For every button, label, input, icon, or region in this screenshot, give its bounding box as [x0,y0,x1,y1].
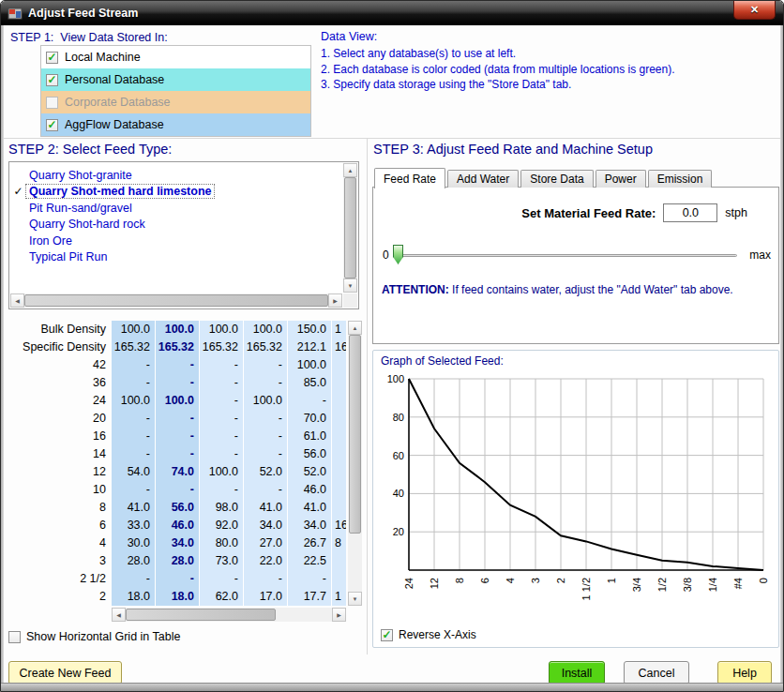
tab-emission[interactable]: Emission [648,170,713,188]
table-cell: 100.0 [156,321,199,338]
data-view-line: 1. Select any database(s) to use at left… [321,46,780,62]
close-button[interactable]: ✕ [733,1,776,20]
checkbox-icon[interactable] [46,97,58,109]
tab-add-water[interactable]: Add Water [447,170,519,188]
graph-title: Graph of Selected Feed: [381,354,504,368]
table-cell: 52.0 [288,463,331,481]
table-cell: - [156,374,199,392]
feed-list-item[interactable]: ✓Quarry Shot-med hard limestone [10,184,342,201]
checkbox-icon[interactable]: ✓ [46,119,58,131]
table-cell: 100.0 [244,321,287,338]
table-cell: - [200,392,243,410]
table-cell: 165.32 [200,338,243,356]
scrollbar-thumb[interactable] [344,177,356,278]
table-row-label: 2 1/2 [5,570,110,588]
table-cell [332,445,346,463]
attention-label: ATTENTION: [382,283,449,296]
scroll-right-icon[interactable]: ▶ [328,293,342,308]
tab-store-data[interactable]: Store Data [520,170,593,188]
reverse-x-axis-checkbox[interactable]: ✓ Reverse X-Axis [381,628,476,641]
table-cell [332,410,346,428]
feed-list-item[interactable]: Iron Ore [10,233,342,249]
table-cell: 28.0 [112,552,155,570]
gradation-table: Bulk DensitySpecific Density423624201614… [5,319,361,624]
feed-label: Quarry Shot-granite [26,169,135,182]
step1-title: STEP 1: View Data Stored In: [10,31,168,44]
feed-list-item[interactable]: Pit Run-sand/gravel [10,200,342,217]
svg-text:100: 100 [387,373,404,384]
database-row[interactable]: ✓Personal Database [41,68,310,91]
window-frame [1,25,4,691]
checkbox-icon[interactable]: ✓ [46,52,58,64]
svg-text:3/8: 3/8 [682,578,693,592]
scroll-down-icon[interactable]: ▼ [348,592,362,606]
table-cell: - [200,356,243,374]
tab-power[interactable]: Power [596,170,646,188]
window-frame [1,683,783,691]
cancel-button[interactable]: Cancel [624,661,689,684]
show-grid-checkbox-box[interactable] [8,631,21,643]
svg-text:12: 12 [429,578,440,589]
install-button[interactable]: Install [549,661,605,684]
tab-feed-rate[interactable]: Feed Rate [374,168,445,188]
slider-track[interactable] [395,254,737,257]
table-cell: 98.0 [200,499,243,517]
table-cell: - [200,570,243,588]
feed-rate-input[interactable] [663,203,717,222]
feed-rate-label: Set Material Feed Rate: [521,206,656,220]
table-row-label: Bulk Density [5,321,110,338]
database-row[interactable]: ✓AggFlow Database [41,113,310,136]
scroll-left-icon[interactable]: ◀ [112,608,126,622]
table-cell [332,374,346,392]
table-cell: - [200,481,243,499]
table-cell: - [244,410,287,428]
feed-rate-slider[interactable]: 0 max [381,244,771,268]
database-list: ✓Local Machine✓Personal DatabaseCorporat… [40,45,311,137]
slider-thumb[interactable] [393,245,403,264]
svg-text:40: 40 [393,488,404,499]
scroll-up-icon[interactable]: ▲ [343,163,357,177]
help-button[interactable]: Help [717,661,772,684]
scroll-up-icon[interactable]: ▲ [348,321,362,335]
table-cell: 17.0 [244,588,287,606]
table-cell: 18.0 [112,588,155,606]
feed-list-item[interactable]: Typical Pit Run [10,249,342,266]
table-cell: 165.32 [244,338,287,356]
table-cell: 100.0 [200,463,243,481]
database-row[interactable]: ✓Local Machine [41,46,310,68]
create-new-feed-button[interactable]: Create New Feed [8,661,122,684]
table-cell: - [156,410,199,428]
table-cell: 1 [332,321,346,338]
reverse-x-checkbox-box[interactable]: ✓ [381,629,393,641]
database-row[interactable]: Corporate Database [41,91,310,113]
table-cell: 34.0 [156,534,199,552]
table-row-label: 2 [5,588,110,606]
feed-list-item[interactable]: Quarry Shot-granite [10,167,342,184]
scrollbar-thumb[interactable] [126,609,276,621]
table-cell: 22.0 [244,552,287,570]
table-cell [332,428,346,445]
feed-list-vertical-scrollbar[interactable]: ▲ ▼ [343,163,357,293]
feed-rate-unit: stph [725,206,747,219]
checkbox-icon[interactable]: ✓ [46,74,58,86]
scroll-left-icon[interactable]: ◀ [10,293,24,308]
scroll-down-icon[interactable]: ▼ [343,278,357,293]
table-cell: - [200,410,243,428]
table-vertical-scrollbar[interactable]: ▲ ▼ [348,321,362,606]
table-cell [332,356,346,374]
feed-list-horizontal-scrollbar[interactable]: ◀ ▶ [10,293,342,308]
scroll-right-icon[interactable]: ▶ [332,608,346,622]
show-grid-checkbox[interactable]: Show Horizontal Grid in Table [8,630,180,643]
scrollbar-thumb[interactable] [24,294,328,307]
scrollbar-thumb[interactable] [349,335,361,534]
table-cell: - [156,445,199,463]
title-bar[interactable]: Adjust Feed Stream ✕ [1,1,783,25]
table-columns: 100.0165.32--100.0---54.0-41.033.030.028… [112,321,346,606]
table-cell: 165.32 [112,338,155,356]
table-horizontal-scrollbar[interactable]: ◀ ▶ [112,608,346,622]
tab-strip: Feed RateAdd WaterStore DataPowerEmissio… [374,167,712,188]
feed-list-item[interactable]: Quarry Shot-hard rock [10,217,342,233]
svg-text:8: 8 [454,578,465,583]
table-cell: 16 [332,517,346,534]
table-cell: 41.0 [112,499,155,517]
